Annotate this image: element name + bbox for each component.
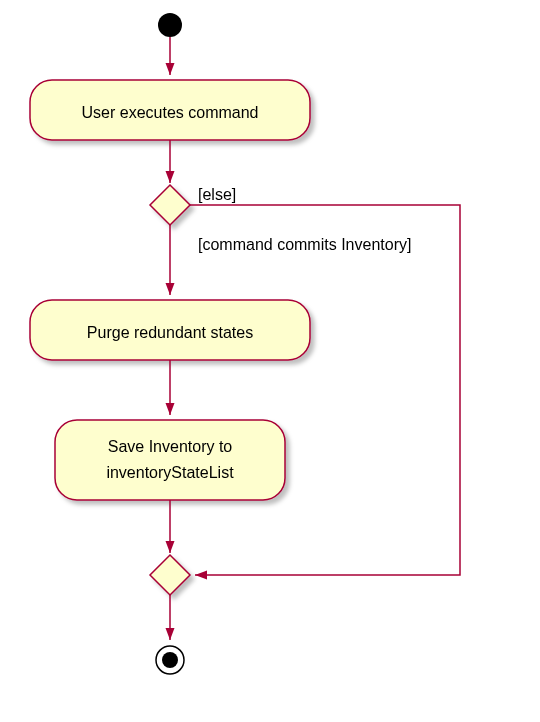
svg-point-13 <box>162 652 178 668</box>
activity-user-executes-command: User executes command <box>30 80 310 140</box>
merge-node <box>150 555 190 595</box>
activity-save-inventory-label-2: inventoryStateList <box>106 464 234 481</box>
svg-rect-8 <box>55 420 285 500</box>
activity-purge-redundant-states: Purge redundant states <box>30 300 310 360</box>
decision-commits <box>150 185 190 225</box>
activity-user-executes-command-label: User executes command <box>82 104 259 121</box>
end-node <box>156 646 184 674</box>
svg-point-0 <box>158 13 182 37</box>
activity-purge-redundant-states-label: Purge redundant states <box>87 324 253 341</box>
start-node <box>158 13 182 37</box>
guard-commits-label: [command commits Inventory] <box>198 236 411 253</box>
svg-marker-4 <box>150 185 190 225</box>
activity-save-inventory: Save Inventory to inventoryStateList <box>55 420 285 500</box>
guard-else-label: [else] <box>198 186 236 203</box>
svg-marker-10 <box>150 555 190 595</box>
activity-save-inventory-label-1: Save Inventory to <box>108 438 233 455</box>
edge-d1-else-d2 <box>190 205 460 575</box>
